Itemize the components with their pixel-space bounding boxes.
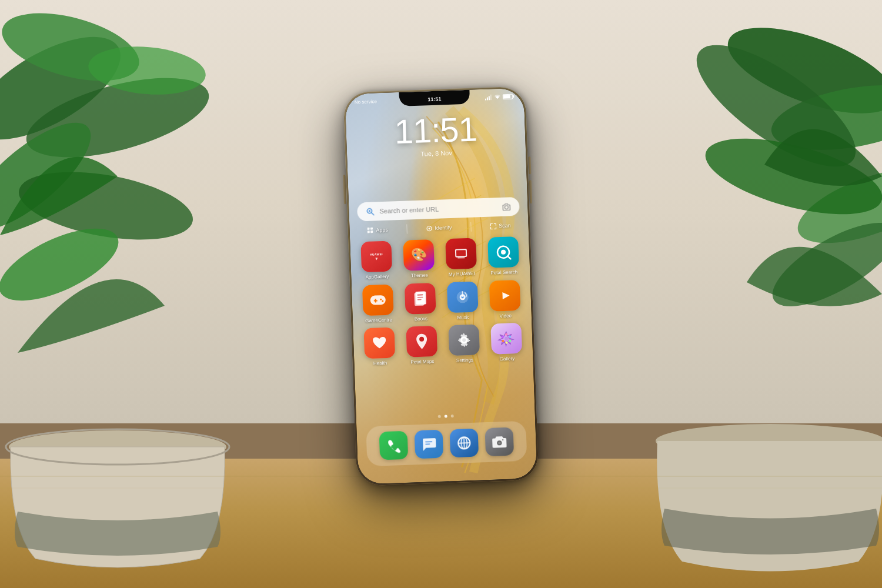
settings-logo	[456, 332, 473, 349]
svg-line-69	[464, 437, 465, 449]
signal-icon	[485, 94, 492, 100]
svg-marker-56	[502, 292, 509, 299]
svg-rect-21	[490, 94, 492, 100]
quick-action-scan[interactable]: Scan	[490, 222, 511, 229]
themes-icon: 🎨	[403, 239, 435, 271]
app-item-themes[interactable]: 🎨 Themes	[399, 239, 438, 279]
svg-rect-52	[417, 299, 422, 300]
svg-rect-66	[425, 443, 430, 445]
dock-camera-icon[interactable]	[485, 427, 514, 456]
search-placeholder: Search or enter URL	[379, 203, 502, 215]
books-label: Books	[415, 316, 428, 322]
divider-1	[406, 225, 407, 234]
identify-label: Identify	[435, 225, 452, 231]
app-item-gamecentre[interactable]: GameCentre	[359, 284, 397, 324]
clock-section: 11:51 Tue, 8 Nov	[346, 110, 526, 160]
apps-label: Apps	[376, 227, 388, 233]
svg-rect-37	[457, 257, 465, 258]
gamecentre-label: GameCentre	[365, 317, 392, 323]
wifi-icon	[494, 94, 501, 100]
app-grid: HUAWEI ▼ AppGallery 🎨 Themes	[357, 236, 526, 367]
svg-rect-49	[416, 291, 426, 305]
myhuawei-logo	[453, 245, 470, 262]
health-icon	[363, 328, 395, 359]
svg-rect-23	[503, 95, 510, 98]
settings-icon	[448, 325, 480, 356]
svg-rect-20	[489, 96, 490, 101]
quick-action-identify[interactable]: Identify	[426, 224, 452, 232]
svg-point-58	[505, 337, 508, 340]
books-logo	[412, 289, 429, 308]
health-label: Health	[373, 360, 387, 366]
svg-rect-29	[367, 227, 369, 229]
svg-rect-32	[370, 230, 373, 233]
video-logo	[496, 287, 513, 304]
dock-messages-icon[interactable]	[415, 430, 444, 459]
app-item-gallery[interactable]: Gallery	[487, 323, 526, 363]
app-item-music[interactable]: Music	[443, 281, 482, 321]
petalsearch-label: Petal Search	[490, 269, 517, 276]
app-item-myhuawei[interactable]: My HUAWEI	[442, 238, 480, 278]
app-item-video[interactable]: Video	[486, 279, 524, 319]
svg-rect-31	[368, 230, 370, 233]
app-item-settings[interactable]: Settings	[445, 324, 483, 364]
music-icon	[447, 281, 479, 313]
settings-label: Settings	[456, 358, 473, 364]
svg-line-27	[372, 213, 374, 215]
appgallery-label: AppGallery	[365, 274, 389, 280]
books-icon	[405, 283, 436, 315]
music-label: Music	[457, 315, 469, 320]
petalsearch-logo	[495, 243, 513, 261]
gamecentre-logo	[369, 292, 387, 308]
dock-phone-icon[interactable]	[379, 431, 409, 460]
petalmaps-label: Petal Maps	[410, 359, 434, 365]
camera-icon	[492, 434, 507, 450]
gallery-logo	[497, 329, 516, 348]
scan-label: Scan	[499, 222, 511, 229]
svg-point-34	[428, 228, 430, 229]
svg-rect-24	[513, 95, 514, 98]
carrier-status: No service	[355, 99, 377, 105]
myhuawei-icon	[445, 238, 477, 269]
app-item-appgallery[interactable]: HUAWEI ▼ AppGallery	[357, 240, 396, 280]
petalmaps-logo	[414, 333, 430, 351]
svg-rect-44	[374, 300, 377, 301]
phone-screen: No service 11:51 11:51 Tue, 8 Nov	[345, 88, 537, 484]
phone-body: No service 11:51 11:51 Tue, 8 Nov	[345, 88, 537, 484]
gallery-label: Gallery	[500, 356, 515, 362]
gallery-icon	[490, 323, 522, 355]
gamecentre-icon	[362, 284, 394, 316]
divider-2	[470, 222, 472, 232]
dock	[366, 421, 527, 466]
app-item-petalsearch[interactable]: Petal Search	[484, 236, 523, 276]
petal-search-icon	[365, 206, 375, 216]
page-dot-1	[437, 415, 440, 418]
search-camera-icon	[502, 202, 512, 212]
appgallery-icon: HUAWEI ▼	[360, 241, 392, 273]
phone-call-icon	[386, 437, 402, 453]
app-item-books[interactable]: Books	[401, 282, 440, 322]
identify-icon	[426, 225, 432, 232]
dock-browser-icon[interactable]	[450, 429, 479, 458]
quick-action-apps[interactable]: Apps	[367, 226, 388, 233]
app-item-health[interactable]: Health	[360, 327, 399, 367]
petalmaps-icon	[406, 326, 437, 358]
themes-label: Themes	[411, 272, 428, 279]
svg-rect-19	[487, 98, 488, 101]
messages-icon	[421, 436, 437, 452]
apps-icon	[367, 227, 373, 233]
myhuawei-label: My HUAWEI	[449, 271, 475, 278]
svg-rect-18	[485, 99, 486, 101]
battery-icon	[503, 93, 514, 100]
page-dot-2	[444, 415, 447, 417]
phone-device: No service 11:51 11:51 Tue, 8 Nov	[343, 86, 539, 486]
phone-chassis: No service 11:51 11:51 Tue, 8 Nov	[343, 86, 539, 486]
status-icons	[485, 93, 514, 101]
app-item-petalmaps[interactable]: Petal Maps	[402, 326, 441, 366]
svg-point-39	[501, 250, 506, 255]
svg-rect-36	[456, 250, 466, 256]
petalsearch-icon	[487, 236, 519, 268]
svg-rect-30	[370, 227, 373, 229]
video-icon	[489, 280, 521, 312]
health-logo	[370, 334, 389, 352]
